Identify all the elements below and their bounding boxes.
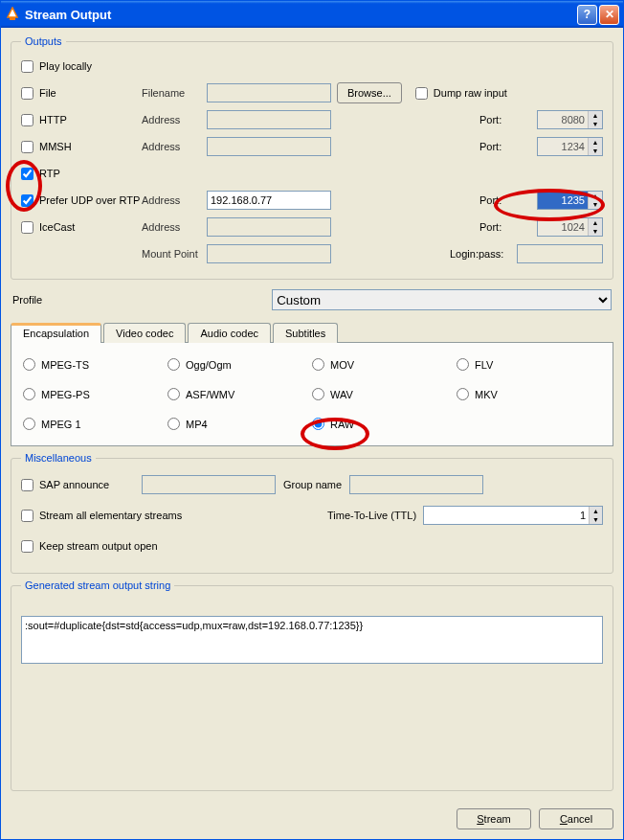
mmsh-address-label: Address xyxy=(142,141,207,152)
encap-raw[interactable]: RAW xyxy=(312,418,457,430)
group-name-label: Group name xyxy=(283,479,342,490)
misc-legend: Miscellaneous xyxy=(21,452,96,464)
rtp-address-input[interactable] xyxy=(207,191,331,210)
window-title: Stream Output xyxy=(25,8,575,22)
tab-subtitles[interactable]: Subtitles xyxy=(273,323,338,343)
tab-video-codec[interactable]: Video codec xyxy=(103,323,186,343)
encapsulation-panel: MPEG-TS Ogg/Ogm MOV FLV MPEG-PS ASF/WMV … xyxy=(11,343,613,446)
http-port-label: Port: xyxy=(479,114,537,125)
ttl-label: Time-To-Live (TTL) xyxy=(327,510,423,521)
sap-announce-option[interactable]: SAP announce xyxy=(21,479,142,491)
stream-all-checkbox[interactable] xyxy=(21,510,33,522)
spinner-up-icon[interactable]: ▲ xyxy=(588,192,602,200)
tab-encapsulation[interactable]: Encapsulation xyxy=(11,323,101,343)
titlebar: Stream Output ? ✕ xyxy=(1,1,623,28)
mmsh-checkbox[interactable] xyxy=(21,141,33,153)
file-checkbox[interactable] xyxy=(21,87,33,100)
svg-rect-0 xyxy=(10,17,15,20)
file-option[interactable]: File xyxy=(21,87,142,100)
help-button[interactable]: ? xyxy=(577,5,597,25)
mount-point-input[interactable] xyxy=(207,244,331,263)
encap-flv[interactable]: FLV xyxy=(457,358,601,371)
rtp-checkbox[interactable] xyxy=(21,168,33,180)
encap-mkv[interactable]: MKV xyxy=(457,388,601,400)
keep-open-option[interactable]: Keep stream output open xyxy=(21,540,158,553)
spinner-down-icon[interactable]: ▼ xyxy=(588,200,602,209)
encap-ogg[interactable]: Ogg/Ogm xyxy=(167,358,312,371)
keep-open-checkbox[interactable] xyxy=(21,540,33,553)
icecast-option[interactable]: IceCast xyxy=(21,221,142,234)
app-icon xyxy=(5,7,20,22)
http-option[interactable]: HTTP xyxy=(21,114,142,126)
http-address-input[interactable] xyxy=(207,110,331,129)
generated-string-group: Generated stream output string :sout=#du… xyxy=(11,579,613,791)
spinner-down-icon[interactable]: ▼ xyxy=(588,147,602,155)
spinner-down-icon[interactable]: ▼ xyxy=(588,120,602,128)
encap-wav[interactable]: WAV xyxy=(312,388,457,400)
ttl-spinner[interactable]: ▲▼ xyxy=(423,506,603,525)
dump-raw-checkbox[interactable] xyxy=(415,87,428,100)
mmsh-option[interactable]: MMSH xyxy=(21,141,142,153)
encap-mpegts[interactable]: MPEG-TS xyxy=(23,358,167,371)
ice-address-input[interactable] xyxy=(207,217,331,237)
mmsh-port-label: Port: xyxy=(479,141,537,152)
generated-legend: Generated stream output string xyxy=(21,579,174,591)
prefer-udp-option[interactable]: Prefer UDP over RTP xyxy=(21,194,142,207)
http-port-spinner[interactable]: ▲▼ xyxy=(537,110,603,129)
cancel-button[interactable]: Cancel xyxy=(539,808,613,829)
stream-all-option[interactable]: Stream all elementary streams xyxy=(21,510,327,522)
encap-mpegps[interactable]: MPEG-PS xyxy=(23,388,167,400)
spinner-down-icon[interactable]: ▼ xyxy=(589,515,602,524)
filename-input[interactable] xyxy=(207,83,331,102)
sap-name-input[interactable] xyxy=(142,475,276,494)
spinner-down-icon[interactable]: ▼ xyxy=(588,227,602,236)
http-address-label: Address xyxy=(142,114,207,125)
encap-mpeg1[interactable]: MPEG 1 xyxy=(23,418,167,430)
login-pass-input[interactable] xyxy=(517,244,603,263)
tab-audio-codec[interactable]: Audio codec xyxy=(188,323,271,343)
dump-raw-option[interactable]: Dump raw input xyxy=(415,87,507,100)
play-locally-checkbox[interactable] xyxy=(21,60,33,73)
profile-label: Profile xyxy=(12,294,42,306)
ice-address-label: Address xyxy=(142,221,207,233)
filename-label: Filename xyxy=(142,87,207,99)
encap-asf[interactable]: ASF/WMV xyxy=(167,388,312,400)
sap-checkbox[interactable] xyxy=(21,479,33,491)
misc-group: Miscellaneous SAP announce Group name St… xyxy=(11,452,613,574)
spinner-up-icon[interactable]: ▲ xyxy=(588,138,602,147)
outputs-legend: Outputs xyxy=(21,35,66,47)
mount-point-label: Mount Point xyxy=(142,248,207,260)
login-pass-label: Login:pass: xyxy=(450,248,517,260)
outputs-group: Outputs Play locally File Filename Brows… xyxy=(11,35,613,280)
rtp-address-label: Address xyxy=(142,194,207,206)
rtp-port-label: Port: xyxy=(479,194,537,206)
dialog-footer: Stream Cancel xyxy=(1,799,623,839)
stream-button[interactable]: Stream xyxy=(457,808,531,829)
encap-tab-bar: Encapsulation Video codec Audio codec Su… xyxy=(11,322,613,343)
rtp-port-spinner[interactable]: ▲▼ xyxy=(537,191,603,210)
spinner-up-icon[interactable]: ▲ xyxy=(589,507,602,515)
mmsh-address-input[interactable] xyxy=(207,137,331,156)
close-button[interactable]: ✕ xyxy=(599,5,619,25)
browse-button[interactable]: Browse... xyxy=(337,82,402,103)
http-checkbox[interactable] xyxy=(21,114,33,126)
group-name-input[interactable] xyxy=(349,475,483,494)
encap-mov[interactable]: MOV xyxy=(312,358,457,371)
encap-mp4[interactable]: MP4 xyxy=(167,418,312,430)
generated-output-textarea[interactable]: :sout=#duplicate{dst=std{access=udp,mux=… xyxy=(21,616,603,664)
prefer-udp-checkbox[interactable] xyxy=(21,194,33,207)
mmsh-port-spinner[interactable]: ▲▼ xyxy=(537,137,603,156)
spinner-up-icon[interactable]: ▲ xyxy=(588,111,602,120)
rtp-option[interactable]: RTP xyxy=(21,168,142,180)
ice-port-label: Port: xyxy=(479,221,537,233)
spinner-up-icon[interactable]: ▲ xyxy=(588,218,602,227)
ice-port-spinner[interactable]: ▲▼ xyxy=(537,217,603,237)
profile-select[interactable]: Custom xyxy=(272,289,612,310)
icecast-checkbox[interactable] xyxy=(21,221,33,234)
play-locally-option[interactable]: Play locally xyxy=(21,60,142,73)
